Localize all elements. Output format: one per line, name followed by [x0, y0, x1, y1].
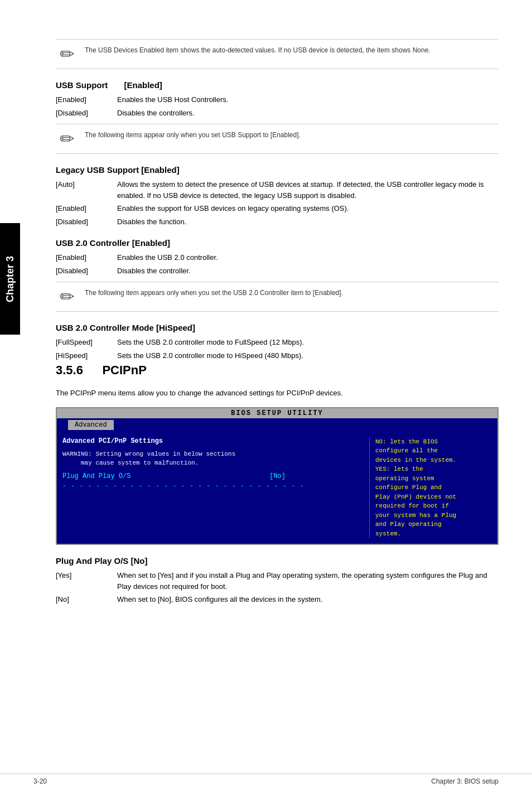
legacy-auto-label: [Auto]	[56, 179, 117, 201]
bios-section-title: Advanced PCI/PnP Settings	[62, 437, 364, 445]
usb-support-enabled-label: [Enabled]	[56, 94, 117, 105]
usb20-disabled-label: [Disabled]	[56, 265, 117, 277]
plugplay-no-desc: When set to [No], BIOS configures all th…	[117, 594, 499, 605]
bios-nav-advanced[interactable]: Advanced	[68, 420, 114, 430]
plugplay-no-label: [No]	[56, 594, 117, 605]
usb20-enabled-desc: Enables the USB 2.0 controller.	[117, 252, 499, 263]
chapter-label: Chapter 3	[4, 255, 16, 302]
bios-setting-plugplay: Plug And Play O/S [No]	[62, 472, 364, 480]
note-icon-2: ✏	[56, 130, 78, 148]
footer: 3-20 Chapter 3: BIOS setup	[0, 774, 532, 785]
footer-page-num: 3-20	[33, 777, 47, 785]
usb20-enabled-row: [Enabled] Enables the USB 2.0 controller…	[56, 252, 499, 263]
note-usb-devices: ✏ The USB Devices Enabled item shows the…	[56, 39, 499, 69]
bios-dashes: - - - - - - - - - - - - - - - - - - - - …	[62, 482, 364, 489]
bios-setting-value: [No]	[269, 472, 286, 480]
legacy-usb-label: Legacy USB Support [Enabled]	[56, 165, 180, 175]
usb20-hispeed-row: [HiSpeed] Sets the USB 2.0 controller mo…	[56, 350, 499, 361]
bios-title: BIOS SETUP UTILITY	[57, 408, 497, 418]
note-text-2: The following items appear only when you…	[85, 130, 301, 140]
usb20-fullspeed-desc: Sets the USB 2.0 controller mode to Full…	[117, 337, 499, 348]
legacy-disabled-row: [Disabled] Disables the function.	[56, 216, 499, 228]
plugplay-no-row: [No] When set to [No], BIOS configures a…	[56, 594, 499, 605]
section-intro: The PCIPnP menu items allow you to chang…	[56, 388, 499, 399]
usb-support-disabled-label: [Disabled]	[56, 108, 117, 119]
note-text-3: The following item appears only when you…	[85, 288, 343, 298]
note-usb20: ✏ The following item appears only when y…	[56, 282, 499, 312]
bios-nav: Advanced	[57, 418, 497, 432]
chapter-sidebar: Chapter 3	[0, 223, 20, 335]
footer-chapter: Chapter 3: BIOS setup	[431, 777, 499, 785]
bios-setting-name: Plug And Play O/S	[62, 472, 130, 480]
section-356-header: 3.5.6 PCIPnP	[56, 363, 499, 383]
legacy-disabled-desc: Disables the function.	[117, 216, 499, 228]
usb20-mode-label: USB 2.0 Controller Mode [HiSpeed]	[56, 323, 195, 332]
plugplay-yes-row: [Yes] When set to [Yes] and if you insta…	[56, 570, 499, 592]
usb-support-heading: USB Support [Enabled]	[56, 80, 499, 90]
note-icon-3: ✏	[56, 288, 78, 306]
usb20-fullspeed-label: [FullSpeed]	[56, 337, 117, 348]
bios-warning: WARNING: Setting wrong values in below s…	[62, 450, 364, 468]
usb-support-enabled-row: [Enabled] Enables the USB Host Controlle…	[56, 94, 499, 105]
bios-help-panel: NO: lets the BIOSconfigure all thedevice…	[369, 437, 492, 539]
legacy-enabled-row: [Enabled] Enables the support for USB de…	[56, 203, 499, 214]
usb-support-label: USB Support	[56, 80, 108, 90]
usb-support-enabled-desc: Enables the USB Host Controllers.	[117, 94, 499, 105]
note-text-1: The USB Devices Enabled item shows the a…	[85, 45, 431, 55]
usb20-disabled-desc: Disables the controller.	[117, 265, 499, 277]
legacy-auto-desc: Allows the system to detect the presence…	[117, 179, 499, 201]
note-icon-1: ✏	[56, 45, 78, 63]
page: Chapter 3 ✏ The USB Devices Enabled item…	[0, 0, 532, 802]
plugplay-label: Plug And Play O/S [No]	[56, 556, 147, 566]
section-356: 3.5.6 PCIPnP The PCIPnP menu items allow…	[56, 363, 499, 399]
usb20-mode-heading: USB 2.0 Controller Mode [HiSpeed]	[56, 323, 499, 332]
legacy-usb-heading: Legacy USB Support [Enabled]	[56, 165, 499, 175]
usb20-enabled-label: [Enabled]	[56, 252, 117, 263]
usb20-heading: USB 2.0 Controller [Enabled]	[56, 238, 499, 248]
usb20-hispeed-label: [HiSpeed]	[56, 350, 117, 361]
note-usb-support: ✏ The following items appear only when y…	[56, 124, 499, 154]
usb20-fullspeed-row: [FullSpeed] Sets the USB 2.0 controller …	[56, 337, 499, 348]
bios-content: Advanced PCI/PnP Settings WARNING: Setti…	[57, 432, 497, 544]
usb-support-value: [Enabled]	[124, 80, 162, 90]
usb20-label: USB 2.0 Controller [Enabled]	[56, 238, 170, 248]
usb-support-disabled-row: [Disabled] Disables the controllers.	[56, 108, 499, 119]
plugplay-yes-label: [Yes]	[56, 570, 117, 592]
usb-support-disabled-desc: Disables the controllers.	[117, 108, 499, 119]
usb20-disabled-row: [Disabled] Disables the controller.	[56, 265, 499, 277]
legacy-auto-row: [Auto] Allows the system to detect the p…	[56, 179, 499, 201]
plugplay-heading: Plug And Play O/S [No]	[56, 556, 499, 566]
section-number: 3.5.6	[56, 363, 83, 378]
legacy-enabled-desc: Enables the support for USB devices on l…	[117, 203, 499, 214]
usb20-hispeed-desc: Sets the USB 2.0 controller mode to HiSp…	[117, 350, 499, 361]
bios-screen: BIOS SETUP UTILITY Advanced Advanced PCI…	[56, 407, 499, 545]
bios-left-panel: Advanced PCI/PnP Settings WARNING: Setti…	[62, 437, 369, 539]
section-title: PCIPnP	[102, 363, 146, 378]
legacy-enabled-label: [Enabled]	[56, 203, 117, 214]
plugplay-yes-desc: When set to [Yes] and if you install a P…	[117, 570, 499, 592]
legacy-disabled-label: [Disabled]	[56, 216, 117, 228]
